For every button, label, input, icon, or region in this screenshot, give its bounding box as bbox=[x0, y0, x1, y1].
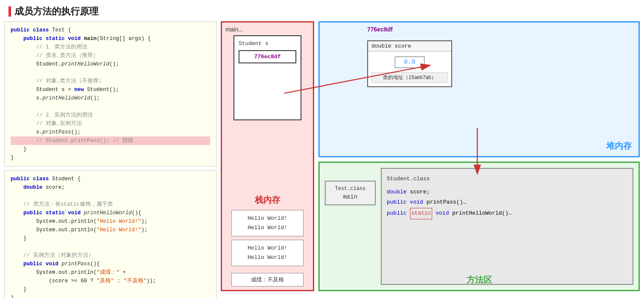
stack-var-value: 776ec8df bbox=[239, 50, 296, 63]
test-class-box: Test.class main bbox=[325, 181, 376, 205]
heap-address: 776ec8df bbox=[367, 26, 393, 33]
method-label: 方法区 bbox=[467, 274, 492, 286]
output-boxes: Hello World!Hello World! Hello World!Hel… bbox=[231, 210, 304, 287]
student-class-box: Student.class double score; public void … bbox=[381, 168, 633, 285]
right-area: 堆内存 776ec8df double score 0.0 类的地址（15aeb… bbox=[318, 21, 640, 291]
student-line1: double score; bbox=[387, 187, 627, 198]
student-class-code: public class Student { double score; // … bbox=[4, 170, 217, 298]
test-class-title: Test.class bbox=[330, 186, 371, 192]
stack-memory: main... Student s 776ec8df 栈内存 Hello Wor… bbox=[221, 21, 314, 291]
left-panels: public class Test { public static void m… bbox=[4, 21, 217, 291]
middle-right: main... Student s 776ec8df 栈内存 Hello Wor… bbox=[221, 21, 640, 291]
output-box-2: Hello World!Hello World! bbox=[231, 240, 304, 266]
heap-obj-value: 0.0 bbox=[395, 57, 424, 68]
stack-main-label: main... bbox=[225, 26, 243, 33]
heap-obj-title: double score bbox=[368, 41, 451, 51]
test-class-code: public class Test { public static void m… bbox=[4, 21, 217, 167]
student-line3: public static void printHelloWorld()… bbox=[387, 208, 627, 219]
heap-label: 堆内存 bbox=[606, 140, 632, 152]
heap-memory: 堆内存 776ec8df double score 0.0 类的地址（15aeb… bbox=[318, 21, 640, 157]
output-box-1: Hello World!Hello World! bbox=[231, 210, 304, 236]
heap-class-addr: 类的地址（15aeb7ab） bbox=[371, 72, 448, 83]
output-result: 成绩：不及格 bbox=[231, 273, 304, 287]
student-line2: public void printPass()… bbox=[387, 197, 627, 208]
stack-label: 栈内存 bbox=[255, 190, 280, 206]
method-area: 方法区 Test.class main Student.class double… bbox=[318, 162, 640, 291]
stack-frame: Student s 776ec8df bbox=[233, 35, 301, 120]
stack-var-name: Student s bbox=[239, 40, 296, 47]
student-class-title: Student.class bbox=[387, 174, 627, 184]
heap-object: double score 0.0 类的地址（15aeb7ab） bbox=[367, 40, 452, 87]
test-class-main: main bbox=[330, 193, 371, 200]
page-title: 成员方法的执行原理 bbox=[0, 0, 644, 21]
